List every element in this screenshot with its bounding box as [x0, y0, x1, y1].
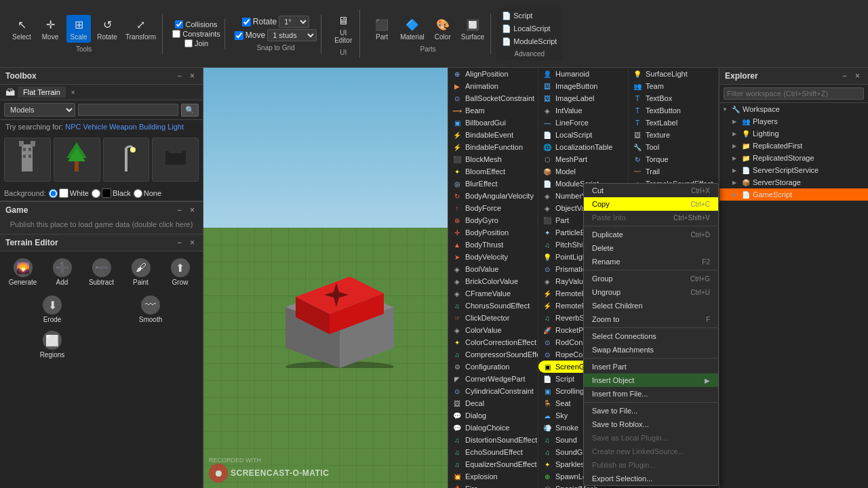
- part-btn[interactable]: ⬛ Part: [370, 15, 394, 43]
- obj-BindableFunction[interactable]: ⚡ BindableFunction: [448, 141, 538, 153]
- obj-BodyAngularVelocity[interactable]: ↻ BodyAngularVelocity: [448, 190, 538, 202]
- obj-Animation[interactable]: ▶ Animation: [448, 80, 538, 92]
- tree-serverstorage[interactable]: ▶ 📦 ServerStorage: [719, 176, 868, 188]
- color-btn[interactable]: 🎨 Color: [431, 15, 455, 43]
- game-close-btn[interactable]: ×: [187, 205, 197, 216]
- obj-ChorusSoundEffect[interactable]: ♫ ChorusSoundEffect: [448, 300, 538, 312]
- suggest-light[interactable]: Light: [167, 123, 184, 131]
- ctx-export-selection[interactable]: Export Selection...: [584, 472, 718, 485]
- obj-BloomEffect[interactable]: ✦ BloomEffect: [448, 165, 538, 178]
- viewport[interactable]: RECORDED WITH ⏺ SCREENCAST-O-MATIC: [203, 68, 448, 488]
- obj-CornerWedgePart[interactable]: ◤ CornerWedgePart: [448, 373, 538, 385]
- obj-BillboardGui[interactable]: ▣ BillboardGui: [448, 117, 538, 129]
- terrain-regions[interactable]: ⬜ Regions: [4, 328, 100, 361]
- suggest-building[interactable]: Building: [139, 123, 165, 131]
- obj-DialogChoice[interactable]: 💬 DialogChoice: [448, 422, 538, 434]
- localscript-item[interactable]: 📄 LocalScript: [499, 23, 559, 35]
- obj-TextLabel[interactable]: T TextLabel: [629, 117, 718, 129]
- bg-black-radio[interactable]: [92, 189, 100, 198]
- obj-BodyVelocity[interactable]: ➤ BodyVelocity: [448, 251, 538, 263]
- obj-Humanoid[interactable]: 👤 Humanoid: [538, 68, 628, 80]
- obj-Dialog[interactable]: 💬 Dialog: [448, 409, 538, 422]
- obj-LocalizationTable[interactable]: 🌐 LocalizationTable: [538, 141, 628, 153]
- ctx-delete[interactable]: Delete: [584, 241, 718, 255]
- obj-BodyForce[interactable]: ↑ BodyForce: [448, 202, 538, 214]
- explorer-close-btn[interactable]: ×: [852, 70, 863, 81]
- bg-none-radio[interactable]: [134, 189, 142, 198]
- obj-BrickColorValue[interactable]: ◈ BrickColorValue: [448, 275, 538, 287]
- tree-lighting[interactable]: ▶ 💡 Lighting: [719, 127, 868, 140]
- toolbox-close-btn[interactable]: ×: [187, 70, 197, 81]
- obj-Fire[interactable]: 🔥 Fire: [448, 483, 538, 488]
- ctx-swap-attachments[interactable]: Swap Attachments: [584, 343, 718, 357]
- ctx-rename[interactable]: Rename F2: [584, 255, 718, 268]
- ctx-insert-from-file[interactable]: Insert from File...: [584, 387, 718, 401]
- tree-gamescript[interactable]: ▶ 📄 GameScript: [719, 188, 868, 201]
- explorer-minimize-btn[interactable]: −: [840, 70, 850, 81]
- join-checkbox[interactable]: [184, 39, 193, 47]
- obj-ClickDetector[interactable]: ☞ ClickDetector: [448, 312, 538, 324]
- explorer-search-input[interactable]: [724, 87, 864, 100]
- obj-Decal[interactable]: 🖼 Decal: [448, 397, 538, 409]
- tree-players[interactable]: ▶ 👥 Players: [719, 115, 868, 127]
- obj-Texture[interactable]: 🖼 Texture: [629, 129, 718, 141]
- ctx-copy[interactable]: Copy Ctrl+C: [584, 197, 718, 211]
- select-tool[interactable]: ↖ Select: [9, 15, 34, 43]
- tree-replicatedstorage[interactable]: ▶ 📁 ReplicatedStorage: [719, 152, 868, 164]
- obj-IntValue[interactable]: ◈ IntValue: [538, 104, 628, 117]
- bg-white-option[interactable]: White: [49, 188, 89, 198]
- tree-serverscriptservice[interactable]: ▶ 📄 ServerScriptService: [719, 164, 868, 176]
- obj-LocalScript[interactable]: 📄 LocalScript: [538, 129, 628, 141]
- obj-BlockMesh[interactable]: ⬛ BlockMesh: [448, 153, 538, 165]
- obj-ColorValue[interactable]: ◈ ColorValue: [448, 324, 538, 336]
- obj-Explosion[interactable]: 💥 Explosion: [448, 470, 538, 483]
- suggest-vehicle[interactable]: Vehicle: [83, 123, 107, 131]
- rotate-checkbox[interactable]: [242, 18, 251, 26]
- ctx-group[interactable]: Group Ctrl+G: [584, 272, 718, 285]
- terrain-erode[interactable]: ⬇ Erode: [4, 293, 100, 326]
- obj-LineForce[interactable]: — LineForce: [538, 117, 628, 129]
- obj-AlignPosition[interactable]: ⊕ AlignPosition: [448, 68, 538, 80]
- material-btn[interactable]: 🔷 Material: [398, 15, 427, 43]
- terrain-paint[interactable]: 🖌 Paint: [122, 256, 159, 289]
- terrain-add[interactable]: ➕ Add: [43, 256, 81, 289]
- move-select[interactable]: 1 studs0.5 studs2 studs: [267, 29, 317, 41]
- obj-BoolValue[interactable]: ◈ BoolValue: [448, 263, 538, 275]
- obj-Beam[interactable]: ⟿ Beam: [448, 104, 538, 117]
- toolbox-minimize-btn[interactable]: −: [174, 70, 184, 81]
- obj-TextBox[interactable]: T TextBox: [629, 92, 718, 104]
- rotate-select[interactable]: 1°5°15°45°: [279, 16, 309, 28]
- move-checkbox[interactable]: [235, 31, 243, 40]
- game-content[interactable]: Publish this place to load game data (do…: [5, 218, 197, 231]
- obj-CompressorSoundEffect[interactable]: ♫ CompressorSoundEffect: [448, 348, 538, 361]
- modulescript-item[interactable]: 📄 ModuleScript: [499, 36, 559, 47]
- tree-workspace[interactable]: ▼ 🔧 Workspace: [719, 103, 868, 115]
- model-item-tower[interactable]: [4, 138, 51, 182]
- obj-CFrameValue[interactable]: ◈ CFrameValue: [448, 287, 538, 300]
- terrain-tab-item[interactable]: Flat Terrain: [18, 87, 66, 98]
- bg-black-option[interactable]: Black: [92, 188, 131, 198]
- move-tool[interactable]: ✛ Move: [38, 15, 62, 43]
- obj-Model[interactable]: 📦 Model: [538, 165, 628, 178]
- constraints-checkbox[interactable]: [172, 30, 180, 38]
- obj-BodyGyro[interactable]: ⊛ BodyGyro: [448, 214, 538, 226]
- suggest-npc[interactable]: NPC: [65, 123, 81, 131]
- model-item-dark[interactable]: [152, 138, 199, 182]
- obj-Torque[interactable]: ↻ Torque: [629, 153, 718, 165]
- tree-replicatedfirst[interactable]: ▶ 📁 ReplicatedFirst: [719, 140, 868, 152]
- obj-Tool[interactable]: 🔧 Tool: [629, 141, 718, 153]
- terrain-tab-close[interactable]: ×: [71, 89, 75, 96]
- obj-ImageLabel[interactable]: 🖼 ImageLabel: [538, 92, 628, 104]
- ctx-insert-part[interactable]: Insert Part: [584, 360, 718, 373]
- bg-none-option[interactable]: None: [134, 189, 161, 198]
- suggest-weapon[interactable]: Weapon: [109, 123, 137, 131]
- game-minimize-btn[interactable]: −: [174, 205, 184, 216]
- obj-Configuration[interactable]: ⚙ Configuration: [448, 361, 538, 373]
- transform-tool[interactable]: ⤢ Transform: [123, 15, 158, 43]
- terrain-smooth[interactable]: 〰 Smooth: [102, 293, 199, 326]
- obj-MeshPart[interactable]: ⬡ MeshPart: [538, 153, 628, 165]
- model-item-streetlight[interactable]: [103, 138, 150, 182]
- ctx-duplicate[interactable]: Duplicate Ctrl+D: [584, 228, 718, 241]
- obj-ImageButton[interactable]: 🖼 ImageButton: [538, 80, 628, 92]
- terrain-editor-close[interactable]: ×: [187, 237, 197, 248]
